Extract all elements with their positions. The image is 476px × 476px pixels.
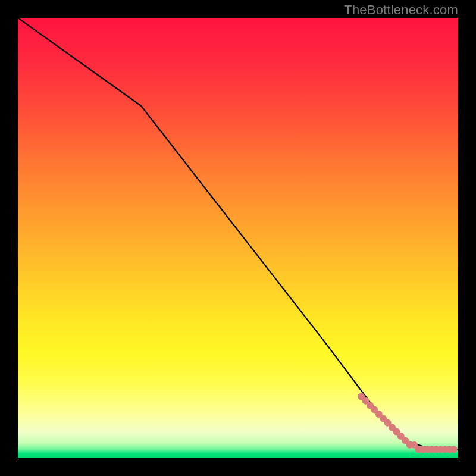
scatter-point [450,446,458,453]
chart-frame: TheBottleneck.com [0,0,476,476]
curve-line [18,18,458,449]
scatter-points-tail [358,393,457,453]
chart-plot-area [18,18,458,458]
watermark-label: TheBottleneck.com [344,2,458,18]
chart-overlay-svg [18,18,458,458]
